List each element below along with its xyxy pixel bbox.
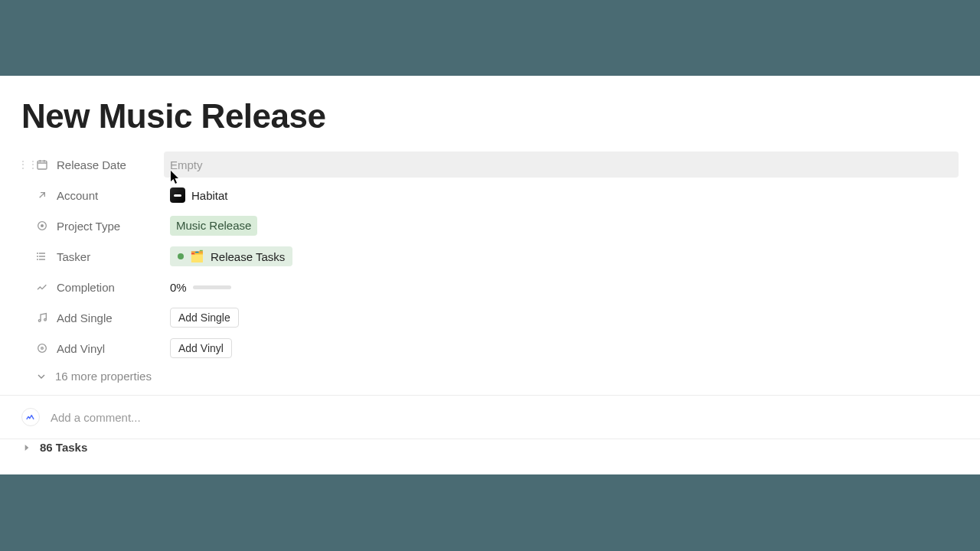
chevron-down-icon <box>35 370 47 383</box>
property-value-tasker[interactable]: 🗂️ Release Tasks <box>164 243 959 269</box>
target-icon <box>35 219 49 233</box>
label-text: Add Single <box>57 311 113 324</box>
tasks-heading-row[interactable]: 86 Tasks <box>21 439 959 454</box>
svg-point-5 <box>38 344 47 353</box>
list-icon <box>35 249 49 263</box>
label-text: Add Vinyl <box>57 342 105 355</box>
add-vinyl-button[interactable]: Add Vinyl <box>170 338 232 358</box>
tasker-chip: 🗂️ Release Tasks <box>170 246 292 266</box>
property-row-tasker: ⋮⋮ Tasker 🗂️ Release Tasks <box>21 241 959 272</box>
property-value-add-vinyl: Add Vinyl <box>164 335 959 361</box>
page-title: New Music Release <box>21 97 959 135</box>
comment-row[interactable]: Add a comment... <box>21 396 959 439</box>
property-label-tasker[interactable]: Tasker <box>35 249 170 263</box>
project-type-tag: Music Release <box>170 216 257 236</box>
property-label-completion[interactable]: Completion <box>35 280 170 294</box>
empty-placeholder: Empty <box>170 158 203 171</box>
arrow-up-right-icon <box>35 188 49 202</box>
chart-icon <box>35 280 49 294</box>
svg-point-2 <box>41 225 44 227</box>
caret-icon <box>21 442 32 453</box>
add-single-button[interactable]: Add Single <box>170 308 239 328</box>
label-text: Project Type <box>57 220 120 233</box>
completion-percent: 0% <box>170 281 187 294</box>
page: New Music Release ⋮⋮ Release Date Empty … <box>0 76 980 474</box>
user-avatar-icon <box>21 408 40 426</box>
progress-bar <box>193 285 231 289</box>
tasker-emoji-icon: 🗂️ <box>190 249 204 263</box>
disc-icon <box>35 341 49 355</box>
property-value-release-date[interactable]: Empty <box>164 152 959 178</box>
music-icon <box>35 311 49 324</box>
property-row-account: ⋮⋮ Account Habitat <box>21 180 959 210</box>
tasker-name: Release Tasks <box>211 250 285 263</box>
property-row-project-type: ⋮⋮ Project Type Music Release <box>21 210 959 241</box>
more-properties-toggle[interactable]: 16 more properties <box>21 364 959 395</box>
tasks-heading-text: 86 Tasks <box>40 441 87 454</box>
svg-point-4 <box>44 318 47 321</box>
account-chip: Habitat <box>170 187 228 203</box>
label-text: Release Date <box>57 158 126 171</box>
property-label-project-type[interactable]: Project Type <box>35 219 170 233</box>
property-value-completion[interactable]: 0% <box>164 274 959 300</box>
property-value-add-single: Add Single <box>164 305 959 331</box>
account-name: Habitat <box>191 189 228 202</box>
property-value-project-type[interactable]: Music Release <box>164 213 959 239</box>
property-label-release-date[interactable]: Release Date <box>35 158 170 171</box>
property-row-completion: ⋮⋮ Completion 0% <box>21 272 959 302</box>
status-dot-icon <box>178 253 184 259</box>
property-row-add-single: ⋮⋮ Add Single Add Single <box>21 302 959 333</box>
comment-placeholder: Add a comment... <box>51 411 141 424</box>
account-avatar-icon <box>170 187 185 203</box>
drag-handle-icon[interactable]: ⋮⋮ <box>21 159 35 170</box>
property-value-account[interactable]: Habitat <box>164 182 959 208</box>
calendar-icon <box>35 158 49 171</box>
label-text: Account <box>57 189 98 202</box>
property-label-add-single[interactable]: Add Single <box>35 311 170 324</box>
svg-point-3 <box>38 320 41 322</box>
svg-rect-0 <box>38 161 47 169</box>
property-row-add-vinyl: ⋮⋮ Add Vinyl Add Vinyl <box>21 333 959 364</box>
svg-point-6 <box>41 347 44 350</box>
property-row-release-date: ⋮⋮ Release Date Empty <box>21 149 959 180</box>
property-label-account[interactable]: Account <box>35 188 170 202</box>
more-properties-label: 16 more properties <box>55 370 152 383</box>
label-text: Tasker <box>57 250 90 263</box>
property-label-add-vinyl[interactable]: Add Vinyl <box>35 341 170 355</box>
label-text: Completion <box>57 281 115 294</box>
